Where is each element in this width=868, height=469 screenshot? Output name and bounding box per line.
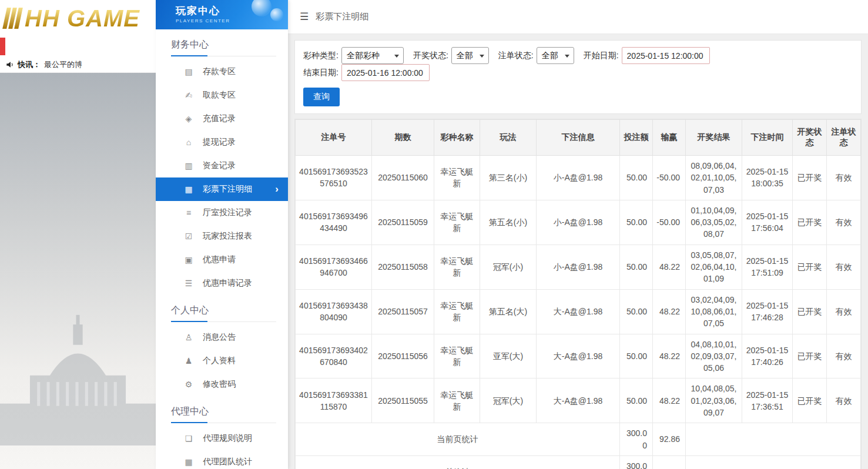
draw-status-select[interactable]: 全部 [451,47,489,64]
agent-rules-icon: ❏ [184,434,193,443]
table-cell: 冠军(小) [480,244,537,289]
summary-cell [686,423,861,456]
table-cell: -50.00 [653,156,686,200]
ticker-label: 快讯： [18,59,41,70]
news-ticker: 快讯： 最公平的博 [0,56,156,73]
sidebar-item-label: 代理团队统计 [203,457,252,467]
sidebar-item-recharge-record[interactable]: ◈ 充值记录 [156,107,288,130]
summary-row: 总统计300.0092.86 [296,455,861,469]
table-cell: 大-A盘@1.98 [537,378,620,423]
table-cell: 有效 [827,156,861,200]
bet-detail-table: 注单号期数彩种名称玩法下注信息投注额输赢开奖结果下注时间开奖状态注单状态 401… [295,119,861,469]
table-row: 40156917369349643449020250115059幸运飞艇新第五名… [296,200,861,244]
table-cell: 已开奖 [793,156,827,200]
player-bet-report-icon: ☑ [184,232,193,241]
draw-status-group: 开奖状态: 全部 [413,47,489,64]
sidebar-item-label: 消息公告 [203,332,236,343]
table-cell: 幸运飞艇新 [434,200,480,244]
table-cell: 20250115058 [372,244,434,289]
table-row: 40156917369338111587020250115055幸运飞艇新冠军(… [296,378,861,423]
withdraw-icon: ✍ [184,91,193,100]
query-button[interactable]: 查询 [303,88,340,106]
table-cell: 2025-01-15 17:51:09 [742,244,793,289]
end-date-label: 结束日期: [303,68,339,78]
table-cell: 大-A盘@1.98 [537,334,620,378]
sidebar-item-label: 充值记录 [203,113,236,124]
table-cell: 大-A盘@1.98 [537,289,620,334]
lottery-type-select[interactable]: 全部彩种 [341,47,404,64]
column-header: 投注额 [620,120,653,156]
bet-status-select[interactable]: 全部 [537,47,574,64]
ticker-text: 最公平的博 [44,59,82,70]
table-cell: 401569173693381115870 [296,378,372,423]
recharge-record-icon: ◈ [184,114,193,123]
table-cell: 2025-01-15 17:36:51 [742,378,793,423]
sidebar-item-label: 资金记录 [203,160,236,171]
table-cell: 50.00 [620,156,653,200]
sidebar-item-promo-record[interactable]: ☰ 优惠申请记录 [156,272,288,295]
table-cell: 03,02,04,09,10,08,06,01,07,05 [686,289,742,334]
column-header: 玩法 [480,120,537,156]
sidebar-item-agent-rules[interactable]: ❏ 代理规则说明 [156,427,288,450]
table-cell: 20250115057 [372,289,434,334]
sidebar-item-change-password[interactable]: ⚙ 修改密码 [156,373,288,396]
sidebar-item-label: 存款专区 [203,66,236,77]
sidebar-item-funds-record[interactable]: ▥ 资金记录 [156,154,288,177]
table-cell: 401569173693523576510 [296,156,372,200]
table-row: 40156917369346694670020250115058幸运飞艇新冠军(… [296,244,861,289]
table-cell: 48.22 [653,289,686,334]
table-cell: 08,09,06,04,02,01,10,05,07,03 [686,156,742,200]
end-date-input[interactable] [341,64,430,81]
column-header: 下注时间 [742,120,793,156]
sidebar-item-label: 代理规则说明 [203,433,252,444]
filter-row: 彩种类型: 全部彩种 开奖状态: 全部 注单状态: [303,47,853,81]
table-cell: 20250115055 [372,378,434,423]
sidebar-item-player-bet-report[interactable]: ☑ 玩家投注报表 [156,225,288,248]
lottery-type-group: 彩种类型: 全部彩种 [303,47,404,64]
table-cell: 20250115056 [372,334,434,378]
sidebar: 玩家中心 PLAYERS CENTER 财务中心 ▤ 存款专区 ✍ 取款专区 ◈… [156,0,288,469]
column-header: 注单号 [296,120,372,156]
table-cell: 03,05,08,07,02,06,04,10,01,09 [686,244,742,289]
sidebar-item-withdraw[interactable]: ✍ 取款专区 [156,83,288,107]
personal-menu: ♙ 消息公告 ♟ 个人资料 ⚙ 修改密码 [156,326,288,396]
sidebar-item-label: 厅室投注记录 [203,207,252,218]
withdrawal-record-icon: ⌂ [184,138,193,147]
draw-status-value: 全部 [457,51,473,61]
logo-text: HH GAME [25,5,140,32]
sidebar-item-label: 玩家投注报表 [203,231,252,242]
summary-cell: 当前页统计 [296,423,620,456]
sidebar-item-label: 取款专区 [203,90,236,101]
table-cell: 2025-01-15 17:40:26 [742,334,793,378]
funds-record-icon: ▥ [184,161,193,170]
sidebar-item-messages[interactable]: ♙ 消息公告 [156,326,288,349]
start-date-input[interactable] [622,47,710,64]
table-cell: 有效 [827,244,861,289]
column-header: 期数 [372,120,434,156]
draw-status-label: 开奖状态: [413,51,448,61]
site-logo[interactable]: HH GAME [5,5,140,32]
sidebar-item-deposit[interactable]: ▤ 存款专区 [156,60,288,83]
table-cell: 20250115059 [372,200,434,244]
sidebar-item-promo-apply[interactable]: ▣ 优惠申请 [156,248,288,272]
table-cell: 小-A盘@1.98 [537,156,620,200]
sidebar-item-agent-team-stats[interactable]: ▦ 代理团队统计 [156,450,288,469]
logo-bar: HH GAME [0,0,156,36]
background-photo [0,73,156,469]
sidebar-item-withdrawal-record[interactable]: ⌂ 提现记录 [156,130,288,154]
lottery-type-label: 彩种类型: [303,51,339,61]
sidebar-item-profile[interactable]: ♟ 个人资料 [156,349,288,373]
table-cell: 2025-01-15 17:46:28 [742,289,793,334]
table-cell: 401569173693438804090 [296,289,372,334]
table-row: 40156917369352357651020250115060幸运飞艇新第三名… [296,156,861,200]
table-cell: 50.00 [620,334,653,378]
menu-toggle-icon[interactable]: ☰ [300,11,309,23]
table-cell: 冠军(大) [480,378,537,423]
summary-cell: 300.00 [620,423,653,456]
sidebar-item-lottery-bet-detail[interactable]: ▦ 彩票下注明细 [156,177,288,201]
site-background: HH GAME 快讯： 最公平的博 [0,0,156,469]
table-cell: 有效 [827,289,861,334]
summary-row: 当前页统计300.0092.86 [296,423,861,456]
sidebar-item-hall-bet-record[interactable]: ≡ 厅室投注记录 [156,201,288,225]
table-cell: 04,08,10,01,02,09,03,07,05,06 [686,334,742,378]
